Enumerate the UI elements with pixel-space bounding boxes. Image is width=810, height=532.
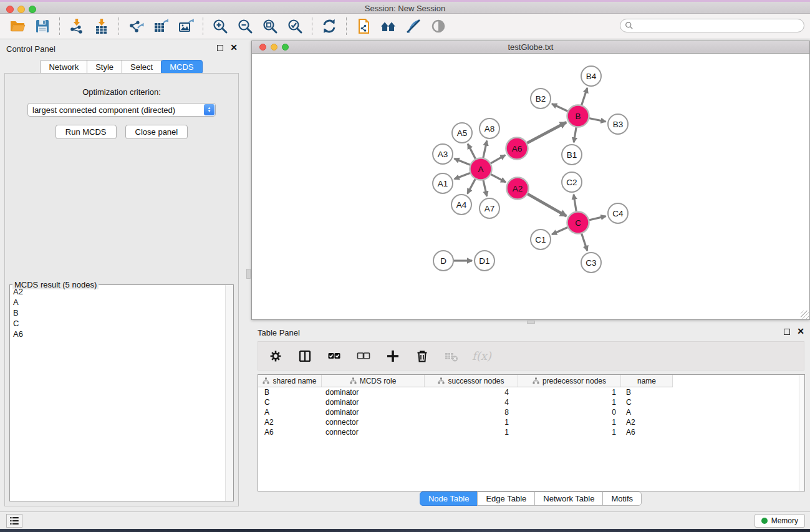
- graph-edge-A-A1[interactable]: [455, 173, 471, 179]
- graph-node-D[interactable]: D: [433, 251, 453, 271]
- graph-edge-A2-C[interactable]: [526, 193, 566, 216]
- import-network-button[interactable]: [64, 16, 89, 36]
- graph-node-B2[interactable]: B2: [531, 89, 551, 109]
- graph-node-A1[interactable]: A1: [433, 173, 453, 193]
- zoom-fit-button[interactable]: [258, 16, 282, 36]
- graph-node-A3[interactable]: A3: [433, 144, 453, 164]
- graph-node-A4[interactable]: A4: [451, 195, 471, 215]
- export-image-button[interactable]: [173, 16, 198, 36]
- graph-edge-C-C2[interactable]: [574, 195, 577, 213]
- tab-mcds[interactable]: MCDS: [161, 60, 202, 74]
- import-table-button[interactable]: [89, 16, 114, 36]
- task-history-button[interactable]: [6, 514, 22, 528]
- graph-edge-A-A6[interactable]: [489, 155, 505, 164]
- graph-node-A5[interactable]: A5: [452, 123, 472, 143]
- graph-edge-B-B3[interactable]: [588, 118, 605, 122]
- graph-edge-A-A2[interactable]: [490, 174, 506, 182]
- network-minimize-button[interactable]: [271, 44, 277, 51]
- graph-edge-A6-B[interactable]: [526, 122, 566, 143]
- zoom-in-button[interactable]: [208, 16, 233, 36]
- graph-edge-C-C4[interactable]: [588, 216, 605, 221]
- table-row[interactable]: Adominator80A: [258, 407, 804, 417]
- graph-edge-B-B2[interactable]: [552, 104, 569, 112]
- graph-edge-B-B4[interactable]: [581, 88, 587, 106]
- window-resize-grip[interactable]: [801, 311, 809, 319]
- tab-edge-table[interactable]: Edge Table: [477, 491, 535, 506]
- zoom-selected-button[interactable]: [282, 16, 307, 36]
- graph-edge-B-B1[interactable]: [574, 126, 576, 142]
- horizontal-splitter-handle[interactable]: [527, 321, 535, 324]
- column-header-predecessor-nodes[interactable]: predecessor nodes: [518, 375, 621, 387]
- graph-node-C1[interactable]: C1: [531, 230, 551, 249]
- network-document-button[interactable]: [351, 16, 376, 36]
- graph-node-A2[interactable]: A2: [507, 178, 529, 200]
- vertical-splitter-handle[interactable]: [246, 269, 251, 279]
- tab-network[interactable]: Network: [40, 60, 87, 74]
- table-row[interactable]: Cdominator41C: [258, 397, 804, 407]
- result-list-item[interactable]: A2: [11, 286, 224, 297]
- graph-node-B1[interactable]: B1: [562, 145, 582, 165]
- graph-node-C3[interactable]: C3: [581, 253, 601, 273]
- tab-network-table[interactable]: Network Table: [534, 491, 603, 506]
- graph-edge-A-A8[interactable]: [483, 141, 487, 159]
- network-close-button[interactable]: [259, 44, 266, 51]
- network-canvas[interactable]: B4B2BB3A5A8A6A3AB1A1A2C2A4A7C4CC1C3DD1: [252, 54, 809, 319]
- result-list-item[interactable]: A6: [11, 329, 224, 339]
- graph-edge-A-A3[interactable]: [455, 158, 471, 165]
- graph-node-A[interactable]: A: [470, 158, 492, 180]
- delete-button[interactable]: [413, 347, 431, 365]
- search-input[interactable]: [634, 20, 804, 31]
- result-list-item[interactable]: B: [11, 307, 224, 318]
- graph-edge-A-A5[interactable]: [468, 144, 476, 160]
- graph-node-D1[interactable]: D1: [475, 251, 494, 271]
- save-session-button[interactable]: [30, 16, 55, 36]
- graph-node-B3[interactable]: B3: [608, 114, 628, 134]
- graph-node-A6[interactable]: A6: [506, 138, 528, 160]
- control-panel-float-icon[interactable]: [217, 45, 223, 51]
- column-header-successor-nodes[interactable]: successor nodes: [425, 375, 518, 387]
- graph-node-A8[interactable]: A8: [480, 118, 499, 138]
- column-header-shared-name[interactable]: shared name: [258, 375, 322, 387]
- table-row[interactable]: A2connector11A2: [258, 417, 804, 427]
- run-mcds-button[interactable]: Run MCDS: [55, 125, 117, 139]
- eye-button[interactable]: [426, 16, 451, 36]
- graph-edge-A-A7[interactable]: [483, 179, 487, 196]
- hide-graphics-details-button[interactable]: [401, 16, 426, 36]
- open-session-button[interactable]: [5, 16, 30, 36]
- graph-node-C4[interactable]: C4: [608, 203, 628, 223]
- tab-style[interactable]: Style: [87, 60, 122, 74]
- result-list-item[interactable]: A: [11, 297, 224, 307]
- column-header-MCDS-role[interactable]: MCDS role: [322, 375, 425, 387]
- home-button[interactable]: [376, 16, 401, 36]
- close-panel-button[interactable]: Close panel: [125, 125, 188, 139]
- table-row[interactable]: A6connector11A6: [258, 427, 804, 437]
- tab-motifs[interactable]: Motifs: [602, 491, 642, 506]
- network-zoom-button[interactable]: [282, 44, 289, 51]
- graph-edge-C-C1[interactable]: [552, 227, 569, 235]
- graph-edge-C-C3[interactable]: [581, 233, 587, 251]
- graph-node-C[interactable]: C: [567, 212, 589, 234]
- zoom-out-button[interactable]: [233, 16, 258, 36]
- graph-node-C2[interactable]: C2: [562, 172, 582, 192]
- graph-node-B4[interactable]: B4: [581, 66, 601, 86]
- control-panel-close-icon[interactable]: ✕: [230, 44, 238, 51]
- column-header-name[interactable]: name: [621, 375, 673, 387]
- graph-node-B[interactable]: B: [567, 105, 589, 127]
- export-table-button[interactable]: [148, 16, 173, 36]
- result-list-item[interactable]: C: [11, 318, 224, 329]
- tab-select[interactable]: Select: [122, 60, 162, 74]
- search-box[interactable]: [620, 19, 804, 32]
- tab-node-table[interactable]: Node Table: [420, 491, 478, 506]
- select-all-button[interactable]: [325, 347, 343, 365]
- table-scrollbar[interactable]: [799, 375, 804, 491]
- graph-node-A7[interactable]: A7: [480, 198, 499, 218]
- add-button[interactable]: [384, 347, 402, 365]
- graph-edge-A-A4[interactable]: [468, 178, 476, 194]
- memory-button[interactable]: Memory: [755, 514, 805, 528]
- table-panel-float-icon[interactable]: [784, 329, 790, 335]
- unselect-all-button[interactable]: [355, 347, 372, 365]
- table-row[interactable]: Bdominator41B: [258, 387, 804, 397]
- table-panel-close-icon[interactable]: ✕: [797, 328, 804, 335]
- criterion-dropdown[interactable]: largest connected component (directed) ▲…: [27, 103, 216, 117]
- column-button[interactable]: [296, 347, 314, 365]
